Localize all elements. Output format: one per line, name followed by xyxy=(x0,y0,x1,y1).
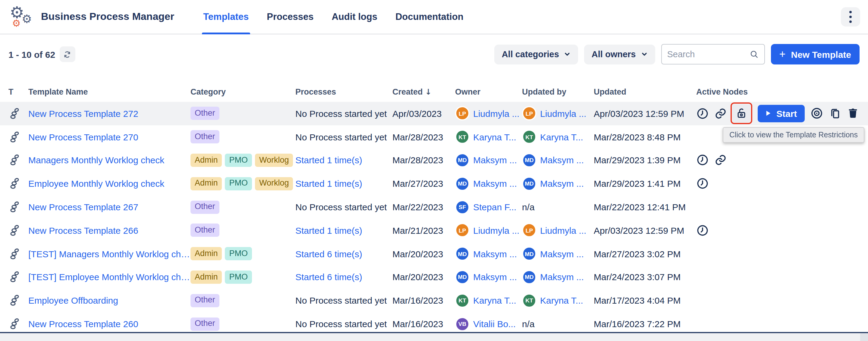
clock-icon[interactable] xyxy=(696,107,709,120)
avatar: MD xyxy=(455,153,470,168)
updated-timestamp: Mar/29/2023 1:39 PM xyxy=(594,155,696,165)
column-header-active-nodes[interactable]: Active Nodes xyxy=(696,88,860,96)
created-date: Mar/28/2023 xyxy=(393,155,455,165)
updated-by-link[interactable]: Maksym ... xyxy=(540,272,584,282)
owner-link[interactable]: Maksym ... xyxy=(473,272,517,282)
owner-cell: LPLiudmyla ... xyxy=(455,223,522,238)
template-name-link[interactable]: New Process Template 267 xyxy=(28,202,138,212)
updated-by-cell: MDMaksym ... xyxy=(522,270,594,284)
more-options-kebab-button[interactable] xyxy=(841,7,860,27)
category-chip-other: Other xyxy=(190,200,219,213)
template-name-link[interactable]: Employee Monthly Worklog check xyxy=(28,179,164,189)
owner-cell: KTKaryna T... xyxy=(455,130,522,144)
categories-filter-dropdown[interactable]: All categories xyxy=(495,44,578,64)
template-name-link[interactable]: Employee Offboarding xyxy=(28,296,118,306)
updated-by-link[interactable]: Liudmyla ... xyxy=(540,225,586,236)
search-input[interactable] xyxy=(667,49,745,59)
template-restrictions-lock-button[interactable] xyxy=(733,105,750,123)
updated-by-cell: KTKaryna T... xyxy=(522,130,594,144)
updated-timestamp: Mar/29/2023 1:41 PM xyxy=(594,179,696,189)
updated-by-cell: LPLiudmyla ... xyxy=(522,223,594,238)
horizontal-scrollbar[interactable] xyxy=(0,333,868,341)
clock-icon[interactable] xyxy=(696,154,709,167)
link-icon[interactable] xyxy=(714,154,727,167)
processes-started-link[interactable]: Started 6 time(s) xyxy=(296,248,362,259)
preview-eye-icon[interactable] xyxy=(810,107,824,120)
active-nodes-cell xyxy=(696,154,860,167)
template-name-link[interactable]: New Process Template 270 xyxy=(28,132,138,142)
column-header-t[interactable]: T xyxy=(8,88,28,96)
template-name-link[interactable]: [TEST] Employee Monthly Worklog che... xyxy=(28,272,190,282)
updated-timestamp: Apr/03/2023 12:59 PM xyxy=(594,108,696,119)
owner-link[interactable]: Vitalii Bo... xyxy=(473,319,516,329)
gear-icon: ⚙ xyxy=(12,19,21,28)
column-header-template-name[interactable]: Template Name xyxy=(28,88,190,96)
owner-link[interactable]: Maksym ... xyxy=(473,179,517,189)
owner-link[interactable]: Maksym ... xyxy=(473,248,517,259)
owner-link[interactable]: Stepan F... xyxy=(473,202,516,212)
avatar: KT xyxy=(455,130,470,144)
owners-filter-dropdown[interactable]: All owners xyxy=(584,44,655,64)
tab-audit-logs[interactable]: Audit logs xyxy=(332,0,377,34)
process-template-icon xyxy=(8,130,21,143)
owners-filter-label: All owners xyxy=(592,49,636,59)
process-template-icon xyxy=(8,154,21,167)
template-name-link[interactable]: New Process Template 272 xyxy=(28,108,138,119)
column-header-processes[interactable]: Processes xyxy=(296,88,393,96)
processes-started-link[interactable]: Started 6 time(s) xyxy=(296,272,362,282)
updated-by-link[interactable]: Karyna T... xyxy=(540,132,583,142)
template-name-link[interactable]: New Process Template 266 xyxy=(28,225,138,236)
avatar: KT xyxy=(455,294,470,308)
delete-trash-icon[interactable] xyxy=(847,107,859,120)
active-nodes-cell: Start xyxy=(696,105,860,123)
table-row: Managers Monthly Worklog check AdminPMOW… xyxy=(0,148,868,172)
category-chip-admin: Admin xyxy=(190,247,222,260)
updated-by-link[interactable]: Maksym ... xyxy=(540,155,584,165)
column-header-category[interactable]: Category xyxy=(190,88,296,96)
owner-link[interactable]: Liudmyla ... xyxy=(473,225,519,236)
column-header-updated[interactable]: Updated xyxy=(594,88,696,96)
processes-started-link[interactable]: Started 1 time(s) xyxy=(296,225,362,236)
updated-by-link[interactable]: Maksym ... xyxy=(540,179,584,189)
link-icon[interactable] xyxy=(714,107,727,120)
tab-processes[interactable]: Processes xyxy=(267,0,313,34)
column-header-owner[interactable]: Owner xyxy=(455,88,522,96)
category-chip-admin: Admin xyxy=(190,177,222,191)
refresh-button[interactable] xyxy=(59,46,75,62)
template-name-link[interactable]: New Process Template 260 xyxy=(28,319,138,329)
column-header-created[interactable]: Created↓ xyxy=(393,88,455,96)
table-row: Employee Monthly Worklog check AdminPMOW… xyxy=(0,172,868,196)
owner-link[interactable]: Liudmyla ... xyxy=(473,108,519,119)
updated-by-cell: n/a xyxy=(522,319,594,329)
avatar: VB xyxy=(455,317,470,331)
clock-icon[interactable] xyxy=(696,224,709,237)
new-template-button[interactable]: + New Template xyxy=(771,44,860,65)
created-date: Mar/22/2023 xyxy=(393,202,455,212)
created-date: Mar/28/2023 xyxy=(393,132,455,142)
owner-link[interactable]: Karyna T... xyxy=(473,132,516,142)
updated-by-na: n/a xyxy=(522,202,535,212)
tab-templates[interactable]: Templates xyxy=(203,0,249,34)
category-chip-admin: Admin xyxy=(190,154,222,167)
tab-documentation[interactable]: Documentation xyxy=(396,0,464,34)
template-name-link[interactable]: [TEST] Managers Monthly Worklog che... xyxy=(28,248,190,259)
column-header-updated-by[interactable]: Updated by xyxy=(522,88,594,96)
processes-started-link[interactable]: Started 1 time(s) xyxy=(296,155,362,165)
start-process-button[interactable]: Start xyxy=(758,105,805,122)
updated-by-link[interactable]: Karyna T... xyxy=(540,296,583,306)
active-nodes-cell xyxy=(696,224,860,237)
table-header-row: TTemplate NameCategoryProcessesCreated↓O… xyxy=(0,82,868,102)
updated-timestamp: Mar/22/2023 12:41 PM xyxy=(594,202,696,212)
updated-by-link[interactable]: Liudmyla ... xyxy=(540,108,586,119)
processes-started-link[interactable]: Started 1 time(s) xyxy=(296,179,362,189)
processes-cell: No Process started yet xyxy=(296,108,393,119)
category-chip-other: Other xyxy=(190,317,219,331)
owner-link[interactable]: Maksym ... xyxy=(473,155,517,165)
plus-icon: + xyxy=(779,49,785,60)
owner-link[interactable]: Karyna T... xyxy=(473,296,516,306)
updated-by-link[interactable]: Maksym ... xyxy=(540,248,584,259)
updated-timestamp: Mar/17/2023 4:04 PM xyxy=(594,296,696,306)
template-name-link[interactable]: Managers Monthly Worklog check xyxy=(28,155,164,165)
clock-icon[interactable] xyxy=(696,177,709,190)
duplicate-copy-icon[interactable] xyxy=(829,107,841,120)
